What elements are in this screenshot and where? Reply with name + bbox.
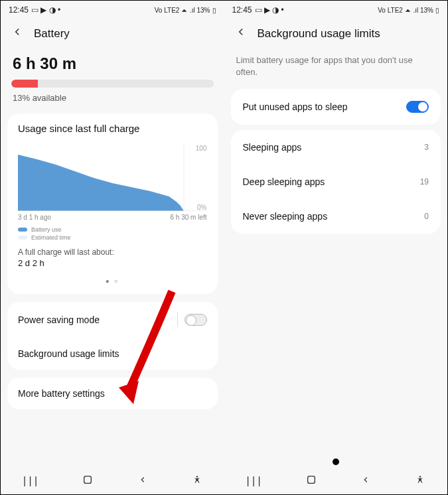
legend-battery-use: Battery use [31, 226, 62, 233]
status-icons-right: Vo LTE2 ⏶ .ıl 13% [155, 7, 210, 14]
home-indicator-dot [333, 459, 339, 465]
home-button[interactable] [82, 474, 93, 488]
power-saving-row[interactable]: Power saving mode [7, 302, 218, 338]
battery-bar-fill [11, 80, 38, 88]
divider [177, 313, 178, 327]
home-button[interactable] [306, 474, 317, 488]
usage-card[interactable]: Usage since last full charge 100 0% 3 d … [7, 113, 218, 294]
legend-swatch-use [18, 228, 27, 232]
status-bar: 12:45 ▭ ▶ ◑ • Vo LTE2 ⏶ .ıl 13% ▯ [224, 1, 448, 19]
header: Battery [1, 19, 224, 50]
svg-point-8 [419, 476, 421, 477]
chart-x-right: 6 h 30 m left [170, 214, 206, 221]
full-charge-value: 2 d 2 h [18, 258, 207, 268]
chart-y-min: 0% [197, 204, 206, 211]
recents-button[interactable]: | | | [246, 475, 260, 487]
page-title: Battery [34, 27, 70, 40]
bg-limits-row[interactable]: Background usage limits [7, 338, 218, 370]
status-time: 12:45 [232, 5, 252, 15]
status-icons-left: ▭ ▶ ◑ • [255, 5, 284, 15]
apps-list-card: Sleeping apps 3 Deep sleeping apps 19 Ne… [231, 130, 441, 234]
recents-button[interactable]: | | | [23, 475, 37, 487]
accessibility-button[interactable] [415, 475, 425, 487]
battery-bar [11, 80, 214, 88]
remaining-time: 6 h 30 m [7, 50, 218, 80]
usage-card-title: Usage since last full charge [18, 123, 207, 134]
accessibility-button[interactable] [192, 475, 202, 487]
legend-swatch-est [18, 236, 27, 240]
power-options-card: Power saving mode Background usage limit… [7, 302, 218, 370]
page-indicator: ● ○ [18, 277, 207, 285]
more-settings-row[interactable]: More battery settings [7, 378, 218, 409]
never-sleeping-label: Never sleeping apps [243, 211, 328, 222]
put-sleep-row[interactable]: Put unused apps to sleep [231, 89, 441, 125]
chart-legend: Battery use Estimated time [18, 226, 207, 241]
status-icons-left: ▭ ▶ ◑ • [31, 5, 60, 15]
page-subtitle: Limit battery usage for apps that you do… [231, 50, 441, 89]
svg-rect-7 [307, 476, 315, 484]
page-title: Background usage limits [258, 27, 380, 40]
never-sleeping-count: 0 [424, 212, 429, 221]
chart-y-max: 100 [196, 145, 207, 152]
sleeping-apps-label: Sleeping apps [243, 142, 302, 153]
chart-x-left: 3 d 1 h ago [18, 214, 51, 221]
power-saving-label: Power saving mode [18, 315, 100, 325]
status-time: 12:45 [9, 5, 29, 15]
back-button[interactable] [11, 26, 23, 41]
legend-estimated: Estimated time [31, 234, 71, 241]
deep-sleeping-count: 19 [420, 177, 429, 186]
back-button[interactable] [235, 26, 247, 41]
svg-rect-3 [84, 476, 92, 484]
nav-back-button[interactable] [361, 475, 370, 487]
sleeping-apps-row[interactable]: Sleeping apps 3 [231, 130, 441, 165]
chart-x-axis: 3 d 1 h ago 6 h 30 m left [18, 214, 207, 221]
usage-chart: 100 0% [18, 145, 207, 211]
nav-bar: | | | [224, 468, 448, 494]
available-text: 13% available [7, 88, 218, 113]
more-settings-label: More battery settings [18, 388, 105, 399]
svg-marker-0 [18, 155, 184, 211]
put-sleep-label: Put unused apps to sleep [243, 102, 348, 112]
full-charge-label: A full charge will last about: [18, 248, 207, 257]
never-sleeping-row[interactable]: Never sleeping apps 0 [231, 199, 441, 234]
header: Background usage limits [224, 19, 448, 50]
put-sleep-toggle[interactable] [406, 101, 429, 113]
battery-icon: ▯ [212, 7, 216, 14]
sleeping-apps-count: 3 [424, 143, 429, 152]
nav-bar: | | | [1, 468, 224, 494]
power-saving-toggle[interactable] [185, 314, 207, 326]
status-icons-right: Vo LTE2 ⏶ .ıl 13% [378, 7, 433, 14]
svg-point-4 [196, 476, 197, 477]
deep-sleeping-row[interactable]: Deep sleeping apps 19 [231, 165, 441, 199]
nav-back-button[interactable] [138, 475, 147, 487]
deep-sleeping-label: Deep sleeping apps [243, 177, 325, 187]
bg-limits-label: Background usage limits [18, 348, 119, 359]
status-bar: 12:45 ▭ ▶ ◑ • Vo LTE2 ⏶ .ıl 13% ▯ [1, 1, 224, 19]
more-settings-card: More battery settings [7, 378, 218, 409]
put-sleep-card: Put unused apps to sleep [231, 89, 441, 125]
battery-icon: ▯ [435, 7, 439, 14]
